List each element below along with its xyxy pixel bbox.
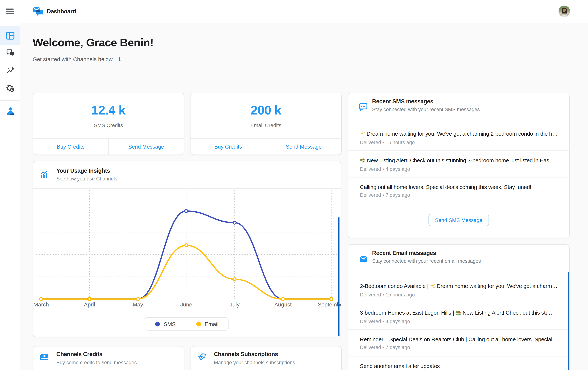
svg-text:September: September [318,301,341,308]
svg-text:April: April [84,301,95,308]
sms-message-status: Delivered • 7 days ago [360,192,562,198]
sms-credits-value: 12.4 k [33,103,184,117]
channels-subscriptions-subtitle: Manage your channels subscriptions. [214,360,296,365]
sms-message-text: Dream home waiting for you! We've got a … [360,130,562,137]
usage-card-title: Your Usage Insights [56,167,110,174]
sparkles-emoji-icon [430,283,435,290]
svg-text:June: June [180,301,192,308]
sidebar-item-settings[interactable] [0,79,20,98]
sms-legend-dot-icon [155,321,160,326]
recent-email-card: Recent Email messages Stay connected wit… [348,244,570,370]
arrow-down-icon: ↓ [117,56,122,63]
svg-text:March: March [33,301,49,308]
channels-credits-card[interactable]: Channels Credits Buy some credits to sen… [33,346,184,370]
sms-send-message-button[interactable]: Send Message [109,139,184,154]
email-message-row[interactable]: 3-bedroom Homes at East Legon Hills | Ne… [348,303,569,330]
usage-chart: MarchAprilMayJuneJulyAugustSeptember [33,189,341,311]
sms-message-row[interactable]: New Listing Alert! Check out this stunni… [348,151,569,177]
email-envelope-icon [359,254,368,265]
sidebar-divider [0,100,20,101]
bar-chart-icon [40,170,48,180]
email-message-row[interactable]: Reminder – Special Deals on Realtors Clu… [348,330,569,357]
house-emoji-icon [360,157,366,164]
sms-buy-credits-button[interactable]: Buy Credits [33,139,109,154]
welcome-subheading: Get started with Channels below↓ [33,56,122,63]
top-bar: Dashboard [0,0,588,23]
email-message-status: Delivered • 7 days ago [360,345,562,350]
chat-icon [6,49,14,56]
sms-message-row[interactable]: Dream home waiting for you! We've got a … [348,120,569,151]
dashboard-page: Dashboard [0,0,588,370]
profile-person-icon [6,107,15,116]
channels-subscriptions-card[interactable]: Channels Subscriptions Manage your chann… [190,346,342,370]
sms-message-list: Dream home waiting for you! We've got a … [348,120,569,204]
email-message-row[interactable]: 2-Bedtoom condo Available | Dream home w… [348,272,569,303]
recent-sms-title: Recent SMS messages [372,98,433,105]
email-message-text: 3-bedroom Homes at East Legon Hills | Ne… [360,309,562,317]
recent-sms-card: Recent SMS messages Stay connected with … [348,93,570,238]
email-message-text: Send another email after updates [360,363,562,369]
chart-legend: SMS Email [145,317,229,330]
sidebar-item-profile[interactable] [0,102,20,121]
welcome-heading: Welcome, Grace Benin! [33,36,153,49]
sparkles-emoji-icon [360,131,366,137]
sidebar-nav [0,23,20,370]
sms-card-footer: Send SMS Message [348,204,569,238]
banknote-icon [40,353,49,362]
sidebar-item-dashboard[interactable] [0,26,20,45]
dashboard-layout-icon [6,32,14,40]
hamburger-menu-icon[interactable] [6,9,14,15]
insights-icon [6,67,14,74]
svg-text:August: August [274,301,292,308]
channels-subscriptions-title: Channels Subscriptions [214,351,278,358]
tag-heart-icon [198,353,206,363]
sms-message-status: Delivered • 4 days ago [360,166,562,172]
email-message-list: 2-Bedtoom condo Available | Dream home w… [348,272,569,370]
email-message-row[interactable]: Send another email after updates [348,357,569,370]
sidebar-item-conversations[interactable] [0,43,20,62]
chart-card-scrollbar[interactable] [338,217,339,336]
svg-text:July: July [230,301,240,308]
email-list-scrollbar[interactable] [568,272,569,370]
recent-email-subtitle: Stay connected with your recent email me… [372,258,481,264]
email-buy-credits-button[interactable]: Buy Credits [190,139,266,154]
email-legend-dot-icon [196,321,201,326]
sms-credits-card: 12.4 k SMS Credits Buy Credits Send Mess… [33,93,184,155]
legend-item-email[interactable]: Email [186,318,229,330]
page-title: Dashboard [47,0,76,23]
sms-message-row[interactable]: Calling out all home lovers. Special dea… [348,177,569,204]
recent-sms-subtitle: Stay connected with your recent SMS mess… [372,107,480,112]
email-credits-value: 200 k [190,103,341,117]
usage-chart-svg: MarchAprilMayJuneJulyAugustSeptember [33,189,341,311]
email-message-status: Delivered • 4 days ago [360,319,562,324]
usage-insights-card: Your Usage Insights See how you use Chan… [33,161,341,337]
svg-text:May: May [133,301,143,308]
sms-message-text: New Listing Alert! Check out this stunni… [360,157,562,164]
usage-card-subtitle: See how you use Channels. [56,176,119,182]
sms-message-text: Calling out all home lovers. Special dea… [360,184,562,190]
app-logo-icon [33,6,44,17]
sidebar-item-insights[interactable] [0,61,20,80]
email-credits-card: 200 k Email Credits Buy Credits Send Mes… [190,93,342,155]
channels-credits-subtitle: Buy some credits to send messages. [56,360,138,365]
house-emoji-icon [455,310,462,317]
sms-credits-label: SMS Credits [33,122,184,128]
send-sms-message-button[interactable]: Send SMS Message [428,214,489,226]
sms-message-status: Delivered • 15 hours ago [360,140,562,145]
email-message-text: 2-Bedtoom condo Available | Dream home w… [360,283,562,290]
user-avatar[interactable] [558,6,570,17]
email-message-text: Reminder – Special Deals on Realtors Clu… [360,336,562,342]
sms-bubble-icon [359,103,368,113]
email-credits-label: Email Credits [190,122,341,128]
email-send-message-button[interactable]: Send Message [266,139,341,154]
legend-item-sms[interactable]: SMS [145,318,186,330]
channels-credits-title: Channels Credits [56,351,103,358]
email-message-status: Delivered • 15 hours ago [360,292,562,298]
recent-email-title: Recent Email messages [372,250,436,257]
settings-sync-icon [6,84,14,92]
